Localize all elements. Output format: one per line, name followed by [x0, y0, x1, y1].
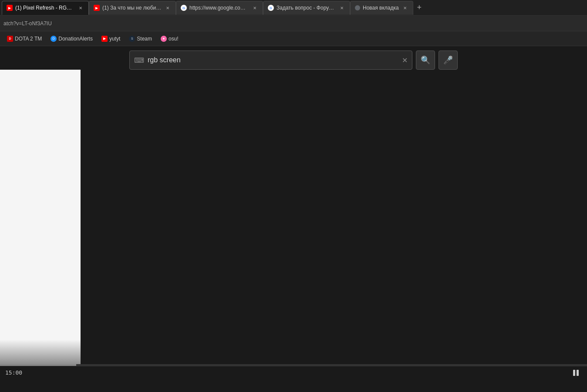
bookmark-label-dota: DOTA 2 TM: [15, 36, 42, 42]
bookmarks-bar: D DOTA 2 TM D DonationAlerts ▶ yutyt S S…: [0, 31, 587, 46]
search-box: ⌨ ✕: [129, 51, 412, 70]
bookmark-label-osu: osu!: [169, 36, 179, 42]
tab-youtube-2[interactable]: ▶ (1) За что мы не любим бизнес... ✕: [89, 1, 176, 15]
tab-close-1[interactable]: ✕: [77, 4, 84, 11]
bookmark-label-donation: DonationAlerts: [58, 36, 93, 42]
microphone-icon: 🎤: [443, 55, 453, 65]
pause-icon: [573, 370, 579, 376]
bookmark-donationalerts[interactable]: D DonationAlerts: [47, 34, 96, 44]
bookmark-label-steam: Steam: [137, 36, 152, 42]
bookmark-steam[interactable]: S Steam: [125, 34, 155, 44]
bookmark-favicon-dota: D: [7, 36, 13, 42]
address-bar: atch?v=LT-oNf3A7IU: [0, 16, 587, 31]
tab-title-5: Новая вкладка: [363, 5, 399, 11]
search-clear-button[interactable]: ✕: [402, 56, 408, 64]
tab-close-3[interactable]: ✕: [251, 4, 258, 11]
tab-new-tab[interactable]: Новая вкладка ✕: [350, 1, 413, 15]
pause-button[interactable]: [570, 369, 582, 377]
address-url[interactable]: atch?v=LT-oNf3A7IU: [3, 20, 584, 27]
video-panel: [0, 70, 81, 366]
tab-google-forum[interactable]: G Задать вопрос - Форум – Googl... ✕: [263, 1, 350, 15]
bookmark-youtube[interactable]: ▶ yutyt: [98, 34, 124, 44]
search-area: ⌨ ✕ 🔍 🎤: [0, 46, 587, 70]
bookmark-favicon-youtube: ▶: [101, 36, 108, 42]
main-content: ⌨ ✕ 🔍 🎤 15:00: [0, 46, 587, 379]
tab-favicon-google: G: [181, 5, 187, 11]
tab-favicon-youtube-2: ▶: [94, 5, 100, 11]
tab-title-1: (1) Pixel Refresh - RGB Color Test: [15, 5, 74, 11]
add-tab-button[interactable]: +: [413, 2, 425, 14]
tab-title-2: (1) За что мы не любим бизнес...: [102, 5, 162, 11]
search-icon: 🔍: [421, 55, 430, 65]
bookmark-osu[interactable]: ● osu!: [157, 34, 182, 44]
bookmark-favicon-osu: ●: [161, 36, 167, 42]
video-time: 15:00: [5, 369, 22, 376]
tab-close-4[interactable]: ✕: [338, 4, 345, 11]
bookmark-label-youtube: yutyt: [109, 36, 120, 42]
tab-title-4: Задать вопрос - Форум – Googl...: [277, 5, 336, 11]
bookmark-favicon-steam: S: [129, 36, 135, 42]
tab-title-3: https://www.google.com/searchi: [189, 5, 249, 11]
search-input[interactable]: [148, 56, 398, 64]
tab-favicon-google-forum: G: [268, 5, 274, 11]
voice-search-button[interactable]: 🎤: [439, 51, 458, 70]
bookmark-dota[interactable]: D DOTA 2 TM: [3, 34, 45, 44]
search-submit-button[interactable]: 🔍: [416, 51, 435, 70]
tab-close-2[interactable]: ✕: [164, 4, 171, 11]
tab-pixel-refresh[interactable]: ▶ (1) Pixel Refresh - RGB Color Test ✕: [2, 1, 89, 15]
bookmark-favicon-donation: D: [51, 36, 57, 42]
tab-close-5[interactable]: ✕: [401, 4, 408, 11]
video-gradient: [0, 340, 81, 366]
tab-bar: ▶ (1) Pixel Refresh - RGB Color Test ✕ ▶…: [0, 0, 587, 16]
timeline-bar: 15:00: [0, 366, 587, 379]
tab-google-search[interactable]: G https://www.google.com/searchi ✕: [176, 1, 263, 15]
tab-favicon-youtube-1: ▶: [7, 5, 13, 11]
keyboard-icon[interactable]: ⌨: [134, 56, 144, 64]
tab-favicon-new-tab: [355, 5, 360, 10]
